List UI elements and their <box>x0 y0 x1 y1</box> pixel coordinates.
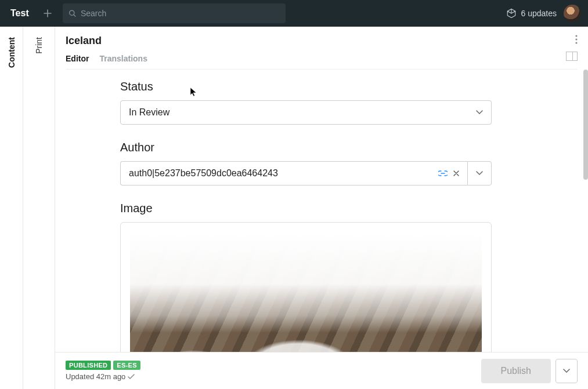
chevron-down-icon <box>476 110 483 115</box>
add-button[interactable] <box>39 5 56 21</box>
main-panel: Iceland Editor Translations Status In Re… <box>55 27 588 389</box>
plus-icon <box>43 9 52 18</box>
tab-translations[interactable]: Translations <box>99 54 147 69</box>
more-menu-button[interactable] <box>575 35 578 44</box>
badge-published: PUBLISHED <box>66 361 111 370</box>
image-field[interactable] <box>120 222 492 352</box>
image-label: Image <box>120 202 492 215</box>
document-header: Iceland Editor Translations <box>55 27 588 70</box>
field-status: Status In Review <box>120 80 492 125</box>
svg-point-2 <box>575 38 577 40</box>
secondary-rail: Print <box>23 27 55 389</box>
status-value: In Review <box>129 107 169 118</box>
top-bar: Test 6 updates <box>0 0 588 27</box>
link-icon[interactable] <box>438 170 448 176</box>
publish-dropdown-button[interactable] <box>555 359 578 383</box>
chevron-down-icon <box>476 171 483 176</box>
publish-button[interactable]: Publish <box>481 359 551 383</box>
rail-print[interactable]: Print <box>34 37 44 54</box>
updated-text: Updated 42m ago <box>66 372 140 381</box>
author-value: auth0|5e237be57509dc0ea6464243 <box>129 168 432 179</box>
svg-point-3 <box>575 42 577 43</box>
author-dropdown-button[interactable] <box>467 161 492 186</box>
chevron-down-icon <box>563 369 570 373</box>
field-image: Image <box>120 202 492 352</box>
document-footer: PUBLISHED ES-ES Updated 42m ago Publish <box>55 352 588 389</box>
author-label: Author <box>120 141 492 154</box>
brand-name[interactable]: Test <box>7 8 33 19</box>
check-icon <box>128 374 135 380</box>
package-icon <box>506 8 517 19</box>
badge-locale: ES-ES <box>113 361 140 370</box>
tab-editor[interactable]: Editor <box>66 54 89 69</box>
status-label: Status <box>120 80 492 93</box>
status-badges: PUBLISHED ES-ES <box>66 361 140 370</box>
close-icon <box>453 170 459 176</box>
side-panel-toggle[interactable] <box>566 52 578 61</box>
rail-content[interactable]: Content <box>7 37 16 68</box>
search-input[interactable] <box>81 9 280 18</box>
image-preview <box>130 232 482 352</box>
kebab-icon <box>575 35 578 44</box>
status-select[interactable]: In Review <box>120 100 492 125</box>
scrollbar-thumb[interactable] <box>583 70 588 180</box>
updates-text: 6 updates <box>521 9 557 18</box>
form-scroll[interactable]: Status In Review Author auth0|5e237be575… <box>55 70 588 352</box>
svg-point-1 <box>575 35 577 37</box>
search-icon <box>68 9 76 17</box>
updates-button[interactable]: 6 updates <box>506 8 557 19</box>
tab-bar: Editor Translations <box>66 54 578 70</box>
field-author: Author auth0|5e237be57509dc0ea6464243 <box>120 141 492 186</box>
page-title: Iceland <box>66 35 578 47</box>
search-field[interactable] <box>63 3 286 23</box>
author-reference[interactable]: auth0|5e237be57509dc0ea6464243 <box>120 161 467 186</box>
avatar[interactable] <box>564 5 581 22</box>
clear-author-button[interactable] <box>453 170 459 176</box>
primary-rail: Content <box>0 27 23 389</box>
